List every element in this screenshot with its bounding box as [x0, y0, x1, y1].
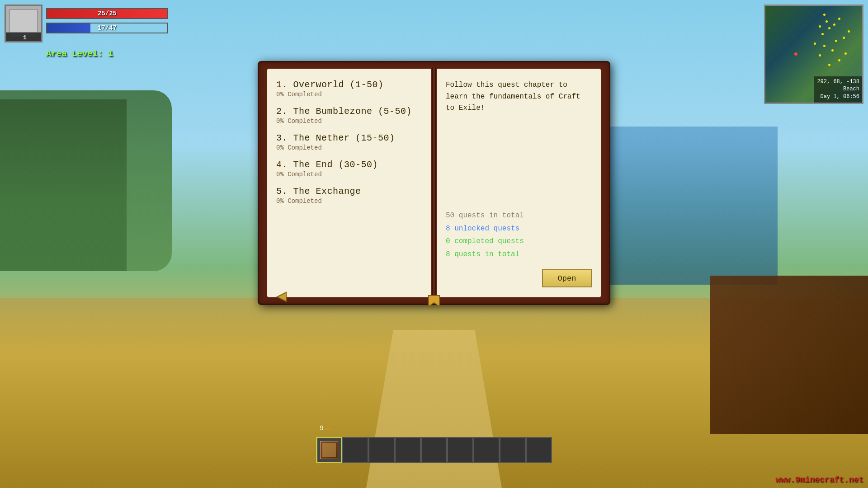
chapter-3[interactable]: 3. The Nether (15-50) 0% Completed [276, 133, 422, 151]
map-dot [838, 59, 840, 61]
completed-quests-label: 0 completed quests [446, 235, 592, 248]
map-dot [833, 23, 835, 26]
quests-total-small-label: 8 quests in total [446, 248, 592, 261]
watermark: www.9minecraft.net [776, 475, 863, 484]
chapter-5-title: 5. The Exchange [276, 186, 422, 197]
health-bar-text: 25/25 [47, 9, 167, 18]
chapter-1-progress: 0% Completed [276, 91, 422, 98]
pencil-icon: ✏ [326, 423, 330, 433]
hotbar-slot-2[interactable] [342, 437, 368, 463]
chapter-5-progress: 0% Completed [276, 197, 422, 205]
area-level: Area Level: 1 [46, 49, 113, 59]
bg-trees2 [0, 99, 127, 271]
svg-marker-1 [429, 296, 439, 306]
total-quests-label: 50 quests in total [446, 209, 592, 222]
item-count-area: 9 ✏ [320, 423, 330, 433]
map-dot [826, 20, 828, 23]
nav-left-arrow[interactable] [273, 288, 291, 306]
map-dot [838, 18, 840, 20]
time-text: Day 1, 06:56 [821, 94, 859, 100]
chapter-4-progress: 0% Completed [276, 171, 422, 178]
map-dot [828, 27, 830, 29]
map-dot [843, 37, 845, 39]
hud-wrapper: 1 25/25 17/47 Area Level: 1 [5, 5, 176, 63]
quest-description: Follow this quest chapter to learn the f… [446, 80, 592, 114]
book-spine [432, 67, 436, 299]
chapter-4-title: 4. The End (30-50) [276, 160, 422, 170]
map-dot [831, 49, 834, 52]
map-dot [828, 64, 830, 66]
player-level-badge: 1 [6, 32, 42, 42]
map-dot [835, 40, 837, 42]
map-dot [823, 45, 826, 47]
player-avatar: 1 [5, 5, 42, 42]
book-cover: 1. Overworld (1-50) 0% Completed 2. The … [258, 61, 610, 305]
minimap: 292, 68, -138 Beach Day 1, 06:56 [764, 5, 863, 104]
chapter-2-title: 2. The Bumblezone (5-50) [276, 106, 422, 117]
chapter-3-progress: 0% Completed [276, 144, 422, 151]
bars-container: 25/25 17/47 [46, 8, 168, 33]
book-right-page: Follow this quest chapter to learn the f… [437, 69, 601, 297]
item-count: 9 [320, 425, 324, 432]
map-dot [844, 52, 847, 55]
mana-bar: 17/47 [46, 23, 168, 33]
mana-bar-text: 17/47 [47, 23, 167, 33]
map-dot [848, 30, 850, 33]
book-left-page: 1. Overworld (1-50) 0% Completed 2. The … [267, 69, 431, 297]
minimap-coords: 292, 68, -138 Beach Day 1, 06:56 [814, 76, 862, 103]
book-bookmark [428, 295, 440, 307]
chapter-3-title: 3. The Nether (15-50) [276, 133, 422, 143]
health-bar: 25/25 [46, 8, 168, 19]
hotbar-slot-8[interactable] [500, 437, 526, 463]
chapter-2-progress: 0% Completed [276, 117, 422, 125]
hotbar-slot-1[interactable] [316, 437, 342, 463]
location-text: Beach [843, 86, 859, 92]
map-dot [821, 33, 824, 35]
hotbar-container: 9 ✏ [316, 437, 552, 463]
hotbar-slot-4[interactable] [395, 437, 421, 463]
chapter-1[interactable]: 1. Overworld (1-50) 0% Completed [276, 80, 422, 98]
bg-structure [710, 276, 868, 434]
hotbar-item-book [320, 441, 338, 459]
unlocked-quests-label: 8 unlocked quests [446, 222, 592, 235]
coords-text: 292, 68, -138 [817, 79, 859, 85]
player-dot [794, 52, 797, 56]
quest-book: 1. Overworld (1-50) 0% Completed 2. The … [258, 61, 610, 305]
hotbar-slot-6[interactable] [447, 437, 473, 463]
svg-marker-0 [277, 292, 286, 301]
hotbar-slot-3[interactable] [368, 437, 395, 463]
map-dot [819, 25, 821, 28]
hotbar-slot-9[interactable] [526, 437, 552, 463]
chapter-5[interactable]: 5. The Exchange 0% Completed [276, 186, 422, 205]
chapter-2[interactable]: 2. The Bumblezone (5-50) 0% Completed [276, 106, 422, 125]
chapter-4[interactable]: 4. The End (30-50) 0% Completed [276, 160, 422, 178]
map-dot [819, 54, 821, 56]
hotbar-slot-7[interactable] [473, 437, 500, 463]
map-dot [814, 42, 816, 45]
chapter-1-title: 1. Overworld (1-50) [276, 80, 422, 90]
quest-stats: 50 quests in total 8 unlocked quests 0 c… [446, 209, 592, 261]
hotbar-slot-5[interactable] [421, 437, 447, 463]
map-dot [823, 14, 826, 16]
open-button[interactable]: Open [542, 269, 592, 287]
